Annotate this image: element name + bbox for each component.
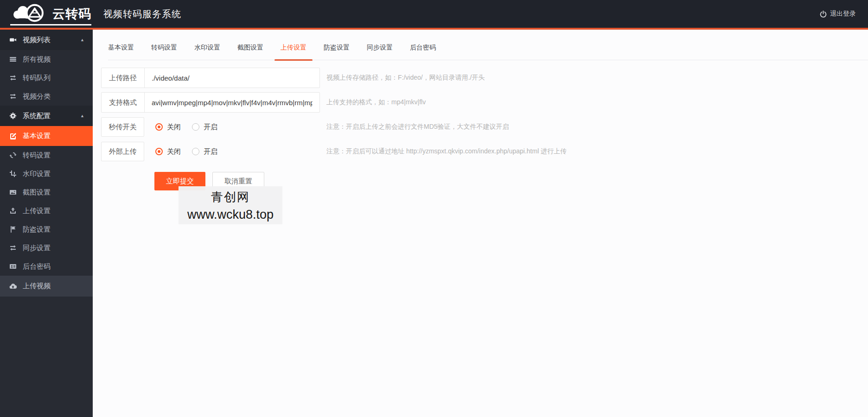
watermark: 青创网 www.wcku8.top bbox=[179, 186, 282, 224]
chevron-up-icon: ▲ bbox=[80, 114, 84, 118]
app-logo[interactable]: 云转码 bbox=[10, 3, 91, 25]
sidebar-item-basic-settings[interactable]: 基本设置 bbox=[0, 126, 93, 146]
field-label: 外部上传 bbox=[101, 142, 144, 161]
image-icon bbox=[9, 189, 17, 196]
loop-icon bbox=[9, 152, 17, 159]
id-card-icon bbox=[9, 263, 17, 270]
form-row-external-upload: 外部上传 关闭 开启 注意：开启后可以通过地址 http://yzmspxt.q… bbox=[101, 141, 868, 162]
radio-label: 开启 bbox=[204, 147, 217, 156]
power-icon bbox=[820, 11, 827, 18]
supported-formats-group: 支持格式 bbox=[101, 92, 320, 113]
radio-option-open[interactable]: 开启 bbox=[192, 123, 217, 132]
chevron-up-icon: ▲ bbox=[80, 38, 84, 42]
sidebar-item-upload-video[interactable]: 上传视频 bbox=[0, 276, 93, 297]
video-camera-icon bbox=[9, 36, 17, 44]
swap-arrows-icon bbox=[9, 244, 17, 252]
sidebar-item-label: 防盗设置 bbox=[23, 225, 51, 234]
radio-option-close[interactable]: 关闭 bbox=[155, 147, 181, 156]
field-label: 秒传开关 bbox=[101, 117, 144, 137]
field-label: 支持格式 bbox=[102, 93, 145, 112]
page-title: 视频转码服务系统 bbox=[103, 8, 181, 20]
cloud-upload-icon bbox=[9, 283, 17, 290]
sidebar-item-transcode-queue[interactable]: 转码队列 bbox=[0, 69, 93, 87]
form-row-upload-path: 上传路径 视频上传存储路径，如：F:/video/，网站目录请用./开头 bbox=[101, 68, 868, 88]
tab-transcode-settings[interactable]: 转码设置 bbox=[151, 44, 177, 60]
radio-option-open[interactable]: 开启 bbox=[192, 147, 217, 156]
radio-label: 开启 bbox=[204, 123, 217, 132]
supported-formats-input[interactable] bbox=[145, 93, 319, 112]
tab-screenshot-settings[interactable]: 截图设置 bbox=[237, 44, 263, 60]
crop-icon bbox=[9, 170, 17, 177]
sidebar-item-label: 所有视频 bbox=[23, 55, 51, 64]
sidebar-item-transcode-settings[interactable]: 转码设置 bbox=[0, 146, 93, 164]
radio-checked-icon bbox=[155, 148, 163, 155]
sidebar-item-watermark-settings[interactable]: 水印设置 bbox=[0, 164, 93, 183]
field-label: 上传路径 bbox=[102, 68, 145, 88]
sidebar-item-all-videos[interactable]: 所有视频 bbox=[0, 50, 93, 69]
tab-basic-settings[interactable]: 基本设置 bbox=[108, 44, 134, 60]
tab-admin-password[interactable]: 后台密码 bbox=[410, 44, 436, 60]
sidebar-item-screenshot-settings[interactable]: 截图设置 bbox=[0, 183, 93, 202]
sidebar-item-label: 同步设置 bbox=[23, 244, 51, 253]
edit-icon bbox=[9, 133, 17, 140]
tab-upload-settings[interactable]: 上传设置 bbox=[281, 44, 306, 60]
topbar: 云转码 视频转码服务系统 退出登录 bbox=[0, 0, 868, 28]
sidebar: 视频列表 ▲ 所有视频 转码队列 视频分类 bbox=[0, 30, 93, 417]
sidebar-group-label: 视频列表 bbox=[23, 36, 51, 44]
swap-arrows-icon bbox=[9, 74, 17, 82]
sidebar-item-label: 转码队列 bbox=[23, 74, 51, 82]
sidebar-item-label: 截图设置 bbox=[23, 188, 51, 197]
logout-button[interactable]: 退出登录 bbox=[820, 10, 856, 18]
sidebar-item-upload-settings[interactable]: 上传设置 bbox=[0, 202, 93, 220]
settings-tabs: 基本设置 转码设置 水印设置 截图设置 上传设置 防盗设置 同步设置 后台密码 bbox=[108, 44, 868, 60]
watermark-line2: www.wcku8.top bbox=[187, 208, 274, 222]
radio-label: 关闭 bbox=[167, 147, 181, 156]
upload-settings-form: 上传路径 视频上传存储路径，如：F:/video/，网站目录请用./开头 支持格… bbox=[101, 68, 868, 190]
field-hint: 上传支持的格式，如：mp4|mkv|flv bbox=[326, 98, 426, 107]
list-icon bbox=[9, 56, 17, 63]
upload-icon bbox=[9, 207, 17, 215]
sidebar-item-label: 视频分类 bbox=[23, 92, 51, 101]
sidebar-item-video-category[interactable]: 视频分类 bbox=[0, 87, 93, 106]
logout-label: 退出登录 bbox=[830, 10, 856, 18]
gear-icon bbox=[9, 112, 17, 120]
upload-path-group: 上传路径 bbox=[101, 68, 320, 88]
field-hint: 注意：开启后可以通过地址 http://yzmspxt.qkvip.com/in… bbox=[326, 147, 567, 156]
sidebar-group-video-list[interactable]: 视频列表 ▲ bbox=[0, 30, 93, 50]
watermark-line1: 青创网 bbox=[211, 189, 250, 205]
sidebar-item-label: 上传视频 bbox=[23, 282, 51, 291]
cloud-transcode-logo-icon bbox=[10, 3, 51, 23]
logo-text: 云转码 bbox=[52, 5, 91, 23]
form-row-instant-upload-switch: 秒传开关 关闭 开启 注意：开启后上传之前会进行文件MD5验证，大文件不建议开启 bbox=[101, 117, 868, 137]
radio-unchecked-icon bbox=[192, 148, 199, 155]
tab-watermark-settings[interactable]: 水印设置 bbox=[194, 44, 220, 60]
radio-option-close[interactable]: 关闭 bbox=[155, 123, 181, 132]
field-hint: 视频上传存储路径，如：F:/video/，网站目录请用./开头 bbox=[326, 74, 485, 82]
sidebar-item-antileech-settings[interactable]: 防盗设置 bbox=[0, 220, 93, 239]
sidebar-item-label: 水印设置 bbox=[23, 170, 51, 178]
radio-checked-icon bbox=[155, 123, 163, 131]
field-hint: 注意：开启后上传之前会进行文件MD5验证，大文件不建议开启 bbox=[326, 123, 509, 131]
tab-sync-settings[interactable]: 同步设置 bbox=[367, 44, 393, 60]
swap-arrows-icon bbox=[9, 93, 17, 100]
sidebar-item-label: 后台密码 bbox=[23, 262, 51, 271]
sidebar-item-label: 转码设置 bbox=[23, 151, 51, 160]
sidebar-item-label: 上传设置 bbox=[23, 207, 51, 215]
tab-antileech-settings[interactable]: 防盗设置 bbox=[324, 44, 350, 60]
upload-path-input[interactable] bbox=[145, 68, 319, 88]
sidebar-item-sync-settings[interactable]: 同步设置 bbox=[0, 239, 93, 257]
radio-unchecked-icon bbox=[192, 123, 199, 131]
sidebar-item-admin-password[interactable]: 后台密码 bbox=[0, 257, 93, 276]
main-content: 基本设置 转码设置 水印设置 截图设置 上传设置 防盗设置 同步设置 后台密码 … bbox=[93, 30, 868, 417]
sidebar-group-system-config[interactable]: 系统配置 ▲ bbox=[0, 106, 93, 126]
sidebar-group-label: 系统配置 bbox=[23, 112, 51, 120]
sidebar-item-label: 基本设置 bbox=[23, 132, 51, 140]
form-row-supported-formats: 支持格式 上传支持的格式，如：mp4|mkv|flv bbox=[101, 92, 868, 113]
flag-icon bbox=[9, 226, 17, 233]
radio-label: 关闭 bbox=[167, 123, 181, 132]
